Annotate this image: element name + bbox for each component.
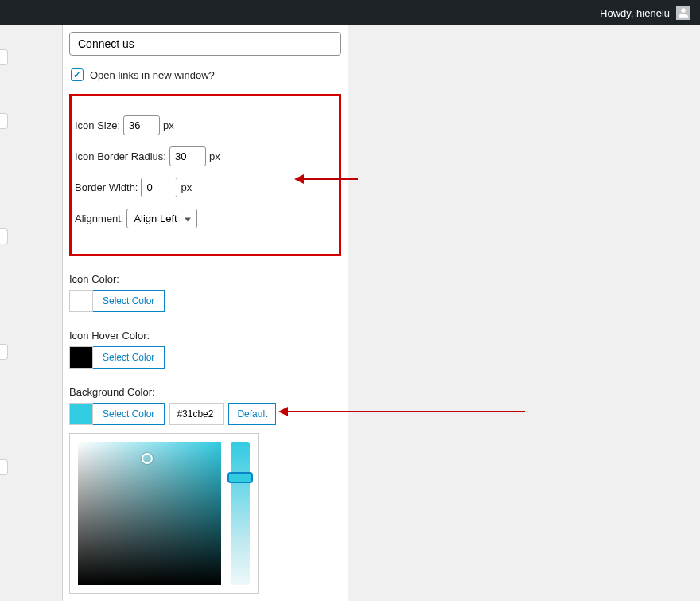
greeting-text[interactable]: Howdy, hienelu bbox=[600, 7, 670, 19]
left-stubs bbox=[0, 25, 8, 601]
saturation-handle[interactable] bbox=[142, 453, 153, 464]
highlighted-settings-box: Icon Size: px Icon Border Radius: px Bor… bbox=[69, 94, 341, 256]
border-width-unit: px bbox=[181, 181, 192, 193]
stub-item bbox=[0, 344, 8, 360]
stub-item bbox=[0, 113, 8, 129]
user-avatar[interactable] bbox=[676, 6, 690, 20]
open-links-label: Open links in new window? bbox=[90, 69, 215, 81]
border-radius-input[interactable] bbox=[169, 146, 206, 166]
icon-size-unit: px bbox=[163, 119, 174, 131]
border-radius-label: Icon Border Radius: bbox=[75, 150, 166, 162]
background-color-swatch[interactable] bbox=[69, 403, 93, 425]
stub-item bbox=[0, 459, 8, 475]
alignment-select[interactable]: Align Left bbox=[126, 209, 197, 228]
saturation-area[interactable] bbox=[78, 442, 221, 585]
icon-hover-color-select-button[interactable]: Select Color bbox=[93, 346, 165, 369]
border-radius-unit: px bbox=[209, 150, 220, 162]
icon-color-swatch[interactable] bbox=[69, 290, 93, 312]
icon-color-select-button[interactable]: Select Color bbox=[93, 290, 165, 312]
stub-item bbox=[0, 49, 8, 65]
widget-panel: ✓ Open links in new window? Icon Size: p… bbox=[62, 25, 348, 601]
background-color-label: Background Color: bbox=[69, 386, 341, 398]
hue-handle[interactable] bbox=[228, 472, 253, 483]
icon-size-label: Icon Size: bbox=[75, 119, 120, 131]
background-color-hex-input[interactable] bbox=[169, 403, 224, 425]
stub-item bbox=[0, 228, 8, 244]
icon-hover-color-swatch[interactable] bbox=[69, 346, 93, 369]
background-color-select-button[interactable]: Select Color bbox=[93, 403, 165, 425]
hue-slider[interactable] bbox=[231, 442, 250, 585]
divider bbox=[69, 263, 341, 263]
open-links-checkbox[interactable]: ✓ bbox=[71, 68, 84, 81]
border-width-input[interactable] bbox=[141, 178, 177, 197]
icon-size-input[interactable] bbox=[123, 115, 160, 135]
alignment-label: Alignment: bbox=[75, 213, 123, 224]
border-width-label: Border Width: bbox=[75, 181, 138, 193]
widget-title-input[interactable] bbox=[69, 32, 341, 56]
user-icon bbox=[678, 7, 689, 18]
admin-bar: Howdy, hienelu bbox=[0, 0, 700, 25]
icon-color-label: Icon Color: bbox=[69, 273, 341, 285]
background-color-default-button[interactable]: Default bbox=[228, 403, 276, 425]
icon-hover-color-label: Icon Hover Color: bbox=[69, 330, 341, 341]
color-picker bbox=[69, 433, 259, 594]
